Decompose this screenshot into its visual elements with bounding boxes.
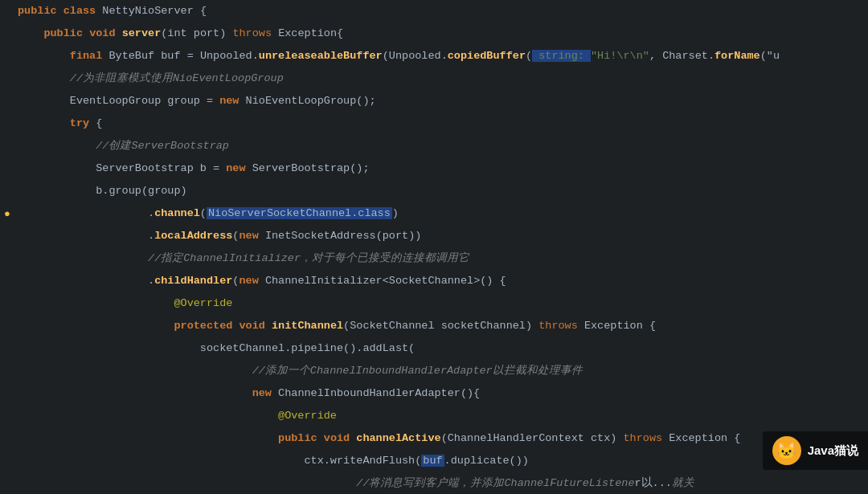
code-line: //将消息写到客户端，并添加ChannelFutureListener以...就… (0, 472, 868, 494)
code-line: new ChannelInboundHandlerAdapter(){ (0, 382, 868, 405)
line-code: ServerBootstrap b = new ServerBootstrap(… (14, 158, 868, 179)
code-line: .localAddress(new InetSocketAddress(port… (0, 225, 868, 247)
code-line: protected void initChannel(SocketChannel… (0, 315, 868, 337)
code-line: @Override (0, 292, 868, 315)
code-line: final ByteBuf buf = Unpooled.unreleaseab… (0, 45, 868, 67)
line-code: .localAddress(new InetSocketAddress(port… (14, 226, 868, 247)
line-code: new ChannelInboundHandlerAdapter(){ (14, 383, 868, 404)
line-code: //指定ChannelInitializer，对于每个已接受的连接都调用它 (14, 248, 868, 269)
code-line: ServerBootstrap b = new ServerBootstrap(… (0, 157, 868, 180)
code-line: ● .channel(NioServerSocketChannel.class) (0, 202, 868, 225)
watermark-text: Java猫说 (808, 443, 858, 459)
code-line: .childHandler(new ChannelInitializer<Soc… (0, 270, 868, 292)
code-line: try { (0, 112, 868, 135)
line-code: //将消息写到客户端，并添加ChannelFutureListener以...就… (14, 473, 868, 494)
line-code: @Override (14, 293, 868, 314)
watermark: 🐱 Java猫说 (763, 431, 868, 470)
code-line: //创建ServerBootstrap (0, 135, 868, 157)
line-code: socketChannel.pipeline().addLast( (14, 338, 868, 359)
watermark-icon: 🐱 (772, 436, 801, 465)
code-line: EventLoopGroup group = new NioEventLoopG… (0, 90, 868, 112)
line-code: EventLoopGroup group = new NioEventLoopG… (14, 91, 868, 112)
code-line: //指定ChannelInitializer，对于每个已接受的连接都调用它 (0, 247, 868, 270)
line-code: //添加一个ChannelInboundHandlerAdapter以拦截和处理… (14, 361, 868, 382)
code-line: //为非阻塞模式使用NioEventLoopGroup (0, 67, 868, 90)
code-line: socketChannel.pipeline().addLast( (0, 337, 868, 360)
code-line: ctx.writeAndFlush(buf.duplicate()) (0, 450, 868, 472)
code-line: @Override (0, 405, 868, 427)
line-code: try { (14, 113, 868, 134)
line-code: public void channelActive(ChannelHandler… (14, 428, 868, 449)
line-code: protected void initChannel(SocketChannel… (14, 316, 868, 337)
line-code: public void server(int port) throws Exce… (14, 23, 868, 44)
code-line: public class NettyNioServer { (0, 0, 868, 22)
line-code: //为非阻塞模式使用NioEventLoopGroup (14, 68, 868, 89)
code-editor: public class NettyNioServer { public voi… (0, 0, 868, 494)
line-code: @Override (14, 406, 868, 427)
line-code: .childHandler(new ChannelInitializer<Soc… (14, 271, 868, 292)
code-line: public void channelActive(ChannelHandler… (0, 427, 868, 450)
line-code: final ByteBuf buf = Unpooled.unreleaseab… (14, 46, 868, 67)
code-line: public void server(int port) throws Exce… (0, 22, 868, 45)
line-indicator: ● (0, 208, 14, 220)
line-code: b.group(group) (14, 181, 868, 202)
code-line: //添加一个ChannelInboundHandlerAdapter以拦截和处理… (0, 360, 868, 382)
line-code: ctx.writeAndFlush(buf.duplicate()) (14, 451, 868, 472)
code-line: b.group(group) (0, 180, 868, 202)
line-code: .channel(NioServerSocketChannel.class) (14, 203, 868, 224)
line-code: public class NettyNioServer { (14, 1, 868, 22)
line-code: //创建ServerBootstrap (14, 136, 868, 157)
